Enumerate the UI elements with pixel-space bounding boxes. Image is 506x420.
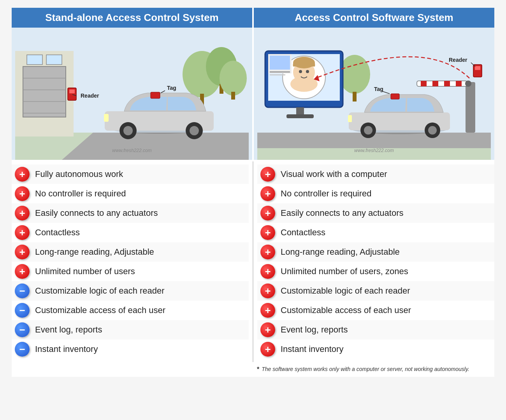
svg-point-66 [364, 126, 372, 135]
left-features-list: Fully autonomous workNo controller is re… [12, 161, 253, 362]
svg-rect-57 [456, 81, 462, 86]
list-item: Contactless [12, 223, 249, 242]
list-item: Easily connects to any actuators [12, 203, 249, 223]
right-illustration: Reader Tag www.fresh222.com [254, 28, 494, 160]
minus-badge [15, 303, 30, 318]
svg-text:Tag: Tag [167, 85, 176, 91]
minus-badge [15, 284, 30, 298]
plus-badge [260, 284, 275, 298]
feature-text: Visual work with a computer [281, 169, 387, 179]
plus-badge [260, 264, 275, 279]
plus-badge [260, 245, 275, 259]
list-item: Visual work with a computer [257, 164, 494, 184]
left-header-text: Stand-alone Access Control System [45, 12, 219, 23]
svg-text:Reader: Reader [449, 57, 467, 63]
svg-point-68 [428, 126, 437, 135]
plus-badge [15, 225, 30, 240]
svg-rect-47 [270, 71, 290, 73]
feature-text: No controller is required [281, 189, 372, 199]
svg-point-26 [190, 126, 199, 135]
feature-text: Unlimited number of users, zones [281, 266, 408, 276]
svg-rect-60 [475, 66, 480, 70]
feature-text: No controller is required [35, 189, 126, 199]
feature-text: Unlimited number of users [35, 266, 135, 276]
svg-rect-34 [353, 92, 357, 102]
left-header: Stand-alone Access Control System [12, 8, 252, 28]
list-item: Fully autonomous work [12, 164, 249, 184]
plus-badge [15, 245, 30, 259]
svg-rect-55 [432, 81, 438, 86]
svg-rect-56 [444, 81, 450, 86]
feature-text: Long-range reading, Adjustable [35, 247, 154, 257]
feature-text: Instant inventory [35, 344, 98, 354]
svg-text:www.fresh222.com: www.fresh222.com [354, 148, 394, 153]
footer-area: * The software system works only with a … [12, 362, 494, 377]
svg-marker-8 [62, 133, 249, 160]
feature-text: Long-range reading, Adjustable [281, 247, 400, 257]
svg-point-58 [465, 80, 471, 87]
feature-text: Customizable logic of each reader [281, 286, 410, 296]
list-item: Easily connects to any actuators [257, 203, 494, 223]
list-item: Long-range reading, Adjustable [257, 242, 494, 262]
svg-text:Reader: Reader [81, 93, 99, 99]
right-header-text1: Access Control [295, 12, 372, 23]
plus-badge [260, 225, 275, 240]
plus-badge [260, 303, 275, 318]
svg-text:www.fresh222.com: www.fresh222.com [112, 148, 151, 153]
list-item: Unlimited number of users, zones [257, 262, 494, 281]
feature-text: Instant inventory [281, 344, 343, 354]
feature-text: Easily connects to any actuators [35, 208, 158, 218]
feature-text: Fully autonomous work [35, 169, 123, 179]
svg-text:Tag: Tag [374, 86, 383, 92]
plus-badge [15, 186, 30, 201]
svg-rect-16 [46, 55, 62, 65]
svg-rect-69 [348, 115, 352, 122]
minus-badge [15, 342, 30, 357]
list-item: Instant inventory [257, 340, 494, 359]
svg-point-33 [339, 55, 370, 94]
main-container: Stand-alone Access Control System Access… [12, 8, 494, 377]
list-item: No controller is required [257, 184, 494, 203]
list-item: Event log, reports [12, 320, 249, 340]
svg-rect-46 [270, 56, 290, 70]
plus-badge [15, 264, 30, 279]
list-item: Event log, reports [257, 320, 494, 340]
plus-badge [260, 322, 275, 337]
footnote-text: The software system works only with a co… [262, 366, 469, 372]
svg-rect-15 [27, 55, 42, 65]
footnote: * The software system works only with a … [253, 362, 494, 377]
plus-badge [260, 342, 275, 357]
right-features-list: Visual work with a computerNo controller… [253, 161, 494, 362]
headers-row: Stand-alone Access Control System Access… [12, 8, 494, 28]
svg-rect-52 [466, 82, 475, 133]
svg-point-44 [306, 70, 309, 73]
list-item: Customizable access of each user [12, 301, 249, 320]
feature-text: Contactless [35, 228, 80, 238]
right-header-text3: System [415, 12, 453, 23]
features-row: Fully autonomous workNo controller is re… [12, 161, 494, 362]
minus-badge [15, 322, 30, 337]
right-header: Access Control Software System [254, 8, 494, 28]
svg-rect-50 [286, 114, 314, 118]
svg-rect-6 [231, 92, 235, 100]
svg-rect-70 [391, 94, 399, 99]
list-item: Customizable access of each user [257, 301, 494, 320]
list-item: Customizable logic of each reader [257, 281, 494, 301]
plus-badge [260, 167, 275, 182]
svg-rect-48 [270, 74, 285, 75]
feature-text: Customizable access of each user [35, 305, 165, 315]
images-row: Reader [12, 28, 494, 160]
feature-text: Customizable access of each user [281, 305, 411, 315]
list-item: Contactless [257, 223, 494, 242]
list-item: No controller is required [12, 184, 249, 203]
feature-text: Easily connects to any actuators [281, 208, 404, 218]
left-illustration: Reader [12, 28, 252, 160]
list-item: Long-range reading, Adjustable [12, 242, 249, 262]
svg-rect-54 [421, 81, 427, 86]
feature-text: Contactless [281, 228, 325, 238]
plus-badge [260, 206, 275, 220]
svg-point-24 [123, 126, 133, 135]
svg-rect-28 [151, 92, 160, 98]
svg-rect-49 [296, 107, 304, 115]
svg-point-5 [220, 61, 247, 96]
